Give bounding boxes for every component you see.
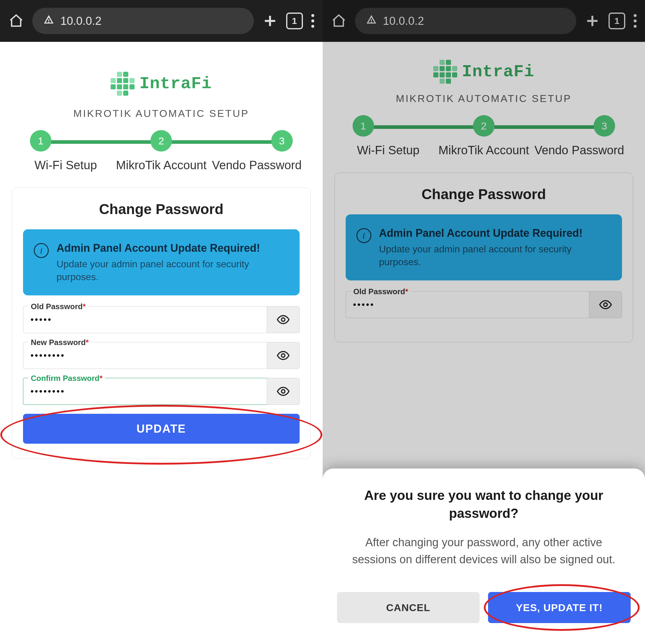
- svg-point-1: [281, 354, 285, 358]
- old-password-field: Old Password*: [346, 291, 622, 318]
- new-tab-icon[interactable]: [262, 13, 278, 29]
- not-secure-icon: [366, 14, 377, 28]
- alert-body: Update your admin panel account for secu…: [379, 243, 612, 268]
- step-node-3: 3: [594, 115, 615, 137]
- old-password-toggle[interactable]: [589, 291, 622, 318]
- new-password-toggle[interactable]: [267, 342, 299, 369]
- new-tab-icon[interactable]: [585, 13, 600, 29]
- new-password-field: New Password*: [23, 342, 299, 369]
- svg-point-2: [281, 390, 285, 394]
- tab-switcher[interactable]: 1: [286, 13, 303, 29]
- browser-bar: 10.0.0.2 1: [322, 0, 645, 42]
- url-text: 10.0.0.2: [383, 15, 424, 27]
- info-alert: i Admin Panel Account Update Required! U…: [23, 229, 299, 295]
- confirm-button[interactable]: YES, UPDATE IT!: [488, 592, 631, 623]
- info-icon: i: [357, 228, 371, 243]
- browser-menu-icon[interactable]: [634, 14, 637, 28]
- logo-mark-icon: [433, 60, 457, 84]
- dialog-title: Are you sure you want to change your pas…: [337, 486, 631, 522]
- brand-name: IntraFi: [462, 62, 534, 81]
- not-secure-icon: [43, 14, 54, 28]
- card-title: Change Password: [23, 201, 299, 217]
- brand-logo: IntraFi: [12, 72, 311, 96]
- alert-title: Admin Panel Account Update Required!: [379, 226, 612, 240]
- alert-body: Update your admin panel account for secu…: [56, 258, 289, 283]
- old-password-field: Old Password*: [23, 306, 299, 333]
- brand-name: IntraFi: [139, 74, 212, 93]
- info-alert: i Admin Panel Account Update Required! U…: [346, 214, 622, 280]
- step-node-2: 2: [151, 130, 172, 152]
- home-icon[interactable]: [331, 13, 347, 29]
- setup-title: MIKROTIK AUTOMATIC SETUP: [12, 108, 311, 119]
- url-bar[interactable]: 10.0.0.2: [32, 8, 254, 34]
- step-node-3: 3: [271, 130, 293, 152]
- svg-point-0: [281, 318, 285, 322]
- confirm-password-toggle[interactable]: [267, 378, 299, 405]
- card-title: Change Password: [346, 186, 622, 202]
- browser-menu-icon[interactable]: [311, 14, 314, 28]
- step-node-1: 1: [30, 130, 51, 152]
- confirm-password-field: Confirm Password*: [23, 378, 299, 405]
- step-label-2: MikroTik Account: [114, 158, 209, 173]
- browser-bar: 10.0.0.2 1: [0, 0, 322, 42]
- stepper: 1 2 3: [335, 115, 633, 137]
- step-label-3: Vendo Password: [532, 143, 627, 158]
- brand-logo: IntraFi: [335, 60, 633, 84]
- svg-point-3: [604, 303, 607, 307]
- url-bar[interactable]: 10.0.0.2: [355, 8, 577, 34]
- step-label-1: Wi-Fi Setup: [341, 143, 436, 158]
- cancel-button[interactable]: CANCEL: [337, 592, 480, 623]
- step-label-2: MikroTik Account: [436, 143, 531, 158]
- old-password-toggle[interactable]: [267, 306, 299, 333]
- step-node-1: 1: [353, 115, 374, 137]
- alert-title: Admin Panel Account Update Required!: [56, 241, 289, 255]
- home-icon[interactable]: [8, 13, 24, 29]
- url-text: 10.0.0.2: [60, 15, 101, 27]
- change-password-card: Change Password i Admin Panel Account Up…: [12, 188, 311, 459]
- old-password-label: Old Password*: [351, 287, 411, 296]
- confirm-dialog: Are you sure you want to change your pas…: [322, 468, 645, 644]
- step-label-1: Wi-Fi Setup: [18, 158, 113, 173]
- setup-title: MIKROTIK AUTOMATIC SETUP: [335, 93, 633, 104]
- new-password-label: New Password*: [28, 338, 91, 347]
- step-label-3: Vendo Password: [209, 158, 304, 173]
- logo-mark-icon: [111, 72, 135, 96]
- dialog-body: After changing your password, any other …: [337, 534, 631, 568]
- step-node-2: 2: [473, 115, 494, 137]
- confirm-password-label: Confirm Password*: [28, 374, 105, 383]
- change-password-card: Change Password i Admin Panel Account Up…: [335, 173, 633, 342]
- info-icon: i: [34, 243, 49, 258]
- tab-switcher[interactable]: 1: [609, 13, 625, 29]
- old-password-label: Old Password*: [28, 302, 88, 311]
- update-button[interactable]: UPDATE: [23, 414, 299, 444]
- stepper: 1 2 3: [12, 130, 311, 152]
